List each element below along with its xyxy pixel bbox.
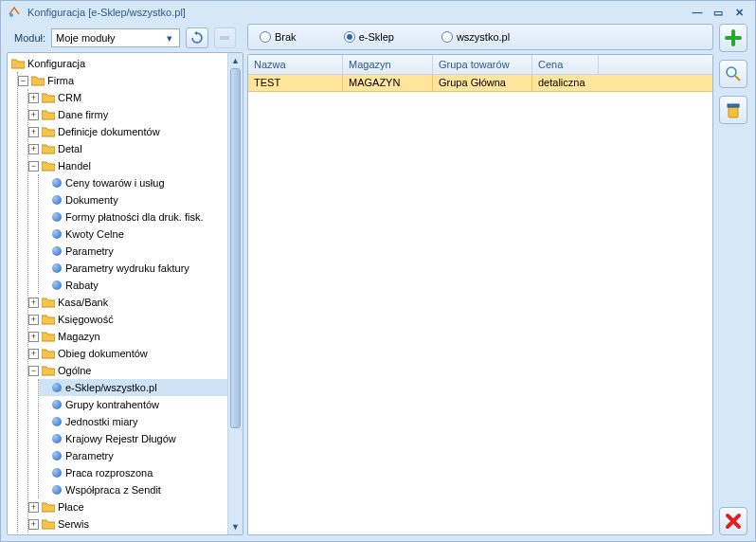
col-cena[interactable]: Cena	[532, 55, 599, 74]
refresh-button[interactable]	[186, 27, 207, 48]
chevron-down-icon: ▾	[162, 30, 177, 45]
tree-leaf[interactable]: Ceny towarów i usług	[39, 174, 227, 191]
svg-point-2	[727, 67, 736, 77]
tree-crm[interactable]: +CRM	[28, 89, 227, 106]
config-window: Konfiguracja [e-Sklep/wszystko.pl] — ▭ ✕…	[0, 0, 756, 542]
expand-icon[interactable]: +	[28, 519, 39, 530]
col-magazyn[interactable]: Magazyn	[343, 55, 433, 74]
config-tree[interactable]: Konfiguracja − Firma	[8, 53, 227, 534]
expand-icon[interactable]: +	[28, 144, 39, 154]
tree-detal[interactable]: +Detal	[28, 140, 227, 157]
tree-leaf[interactable]: Jednostki miary	[39, 413, 227, 430]
tree-firma[interactable]: − Firma	[18, 72, 227, 89]
folder-icon	[42, 348, 55, 359]
tree-root[interactable]: Konfiguracja	[8, 55, 227, 72]
radio-esklep[interactable]: e-Sklep	[344, 31, 394, 43]
tree-leaf[interactable]: Dokumenty	[39, 191, 227, 208]
data-grid[interactable]: Nazwa Magazyn Grupa towarów Cena TEST MA…	[247, 54, 713, 535]
radio-brak[interactable]: Brak	[260, 31, 297, 43]
bullet-icon	[52, 195, 62, 205]
cancel-button[interactable]	[719, 507, 747, 535]
maximize-button[interactable]: ▭	[708, 5, 729, 20]
add-button[interactable]	[719, 24, 747, 52]
tree-obieg[interactable]: +Obieg dokumentów	[28, 345, 227, 362]
tree-leaf[interactable]: Praca rozproszona	[39, 464, 227, 481]
svg-rect-4	[728, 104, 739, 107]
scroll-down-icon[interactable]: ▼	[228, 519, 243, 534]
tree-container: Konfiguracja − Firma	[7, 52, 243, 535]
expand-icon[interactable]: +	[28, 332, 39, 342]
folder-icon	[31, 75, 45, 86]
close-icon	[724, 512, 743, 531]
tree-place[interactable]: +Płace	[28, 498, 227, 515]
bullet-icon	[52, 451, 62, 461]
left-panel: Moduł: Moje moduły ▾	[7, 24, 243, 535]
scroll-thumb[interactable]	[230, 68, 241, 428]
tree-leaf[interactable]: Współpraca z Sendit	[39, 481, 227, 498]
bullet-icon	[52, 263, 62, 273]
minimize-button[interactable]: —	[687, 5, 708, 20]
tree-leaf[interactable]: Parametry	[39, 447, 227, 464]
col-grupa[interactable]: Grupa towarów	[433, 55, 532, 74]
titlebar: Konfiguracja [e-Sklep/wszystko.pl] — ▭ ✕	[1, 1, 755, 24]
tree-leaf[interactable]: Rabaty	[39, 277, 227, 294]
folder-icon	[42, 92, 55, 103]
radio-wszystko[interactable]: wszystko.pl	[441, 31, 510, 43]
expand-icon[interactable]: +	[28, 315, 39, 325]
bullet-icon	[52, 400, 62, 409]
tree-leaf[interactable]: Grupy kontrahentów	[39, 396, 227, 413]
svg-point-0	[9, 13, 13, 17]
refresh-icon	[190, 31, 204, 45]
collapse-icon[interactable]: −	[18, 76, 28, 86]
delete-button[interactable]	[719, 96, 747, 124]
bullet-icon	[52, 417, 62, 426]
tree-magazyn[interactable]: +Magazyn	[28, 328, 227, 345]
radio-icon	[260, 31, 271, 43]
disabled-button	[214, 27, 236, 48]
tree-ksieg[interactable]: +Księgowość	[28, 311, 227, 328]
collapse-icon[interactable]: −	[28, 161, 39, 172]
close-button[interactable]: ✕	[729, 5, 749, 20]
tree-scrollbar[interactable]: ▲ ▼	[227, 53, 243, 534]
expand-icon[interactable]: +	[28, 298, 39, 308]
tree-handel[interactable]: −Handel	[28, 157, 227, 174]
radio-bar: Brak e-Sklep wszystko.pl	[247, 24, 713, 50]
search-button[interactable]	[719, 60, 747, 88]
expand-icon[interactable]: +	[28, 127, 39, 137]
folder-icon	[42, 314, 55, 325]
module-combobox[interactable]: Moje moduły ▾	[51, 28, 180, 47]
collapse-icon[interactable]: −	[28, 366, 39, 376]
grid-row[interactable]: TEST MAGAZYN Grupa Główna detaliczna	[248, 75, 712, 92]
tree-ogolne[interactable]: −Ogólne	[28, 362, 227, 379]
cell-nazwa: TEST	[248, 75, 343, 91]
col-empty	[599, 55, 712, 74]
tree-leaf[interactable]: Parametry	[39, 243, 227, 260]
tree-leaf[interactable]: Kwoty Celne	[39, 226, 227, 243]
expand-icon[interactable]: +	[28, 349, 39, 359]
stack-icon	[218, 31, 231, 45]
tree-esklep[interactable]: e-Sklep/wszystko.pl	[39, 379, 227, 396]
expand-icon[interactable]: +	[28, 93, 39, 103]
magnifier-icon	[724, 64, 743, 83]
bullet-icon	[52, 178, 62, 188]
bullet-icon	[52, 468, 62, 478]
tree-leaf[interactable]: Parametry wydruku faktury	[39, 260, 227, 277]
expand-icon[interactable]: +	[28, 110, 39, 120]
tree-serwis[interactable]: +Serwis	[28, 515, 227, 533]
grid-header: Nazwa Magazyn Grupa towarów Cena	[248, 55, 712, 75]
tree-leaf[interactable]: Formy płatności dla druk. fisk.	[39, 208, 227, 226]
folder-icon	[42, 143, 55, 154]
bullet-icon	[52, 229, 62, 239]
bullet-icon	[52, 246, 62, 256]
expand-icon[interactable]: +	[28, 502, 39, 513]
module-value: Moje moduły	[56, 32, 115, 44]
col-nazwa[interactable]: Nazwa	[248, 55, 343, 74]
bullet-icon	[52, 212, 62, 222]
folder-icon	[42, 160, 55, 172]
scroll-up-icon[interactable]: ▲	[228, 53, 243, 68]
right-panel: Brak e-Sklep wszystko.pl Nazwa Magazyn G…	[247, 24, 749, 535]
tree-def-dok[interactable]: +Definicje dokumentów	[28, 123, 227, 140]
tree-leaf[interactable]: Krajowy Rejestr Długów	[39, 430, 227, 447]
tree-kasa[interactable]: +Kasa/Bank	[28, 294, 227, 311]
tree-dane-firmy[interactable]: +Dane firmy	[28, 106, 227, 123]
